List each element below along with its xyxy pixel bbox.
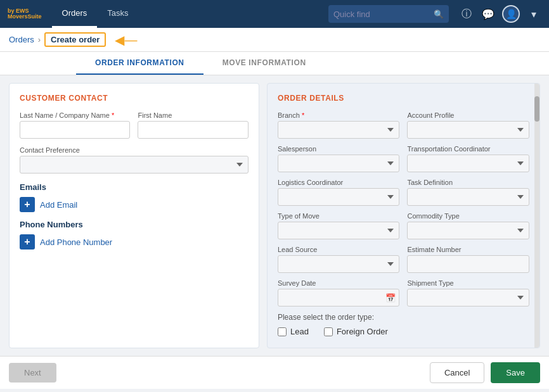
search-icon: 🔍 [434,9,444,19]
account-profile-select[interactable] [407,121,529,139]
estimate-number-group: Estimate Number [407,246,529,273]
type-of-move-select[interactable] [278,222,400,239]
survey-date-wrap: 📅 [278,289,400,307]
breadcrumb-separator: › [38,35,41,44]
phone-numbers-label: Phone Numbers [20,220,249,229]
save-button[interactable]: Save [491,362,540,383]
search-input[interactable] [333,9,430,19]
commodity-type-label: Commodity Type [407,212,529,220]
brand-name: MoversSuite [8,14,42,20]
lead-source-estimate-row: Lead Source Estimate Number [278,246,529,273]
shipment-type-group: Shipment Type [407,279,529,307]
type-of-move-label: Type of Move [278,212,400,220]
logistics-coordinator-label: Logistics Coordinator [278,179,400,186]
order-details-card: ORDER DETAILS Branch * Account Profile S… [267,83,540,348]
customer-contact-title: CUSTOMER CONTACT [20,94,249,103]
add-phone-button[interactable]: + Add Phone Number [20,234,249,250]
salesperson-tc-row: Salesperson Transportation Coordinator [278,145,529,172]
tab-move-information[interactable]: MOVE INFORMATION [203,52,325,75]
last-name-label: Last Name / Company Name * [20,111,130,119]
emails-label: Emails [20,182,249,192]
survey-shipment-row: Survey Date 📅 Shipment Type [278,279,529,307]
customer-contact-card: CUSTOMER CONTACT Last Name / Company Nam… [9,83,259,348]
lead-source-label: Lead Source [278,246,400,253]
foreign-order-checkbox-item[interactable]: Foreign Order [324,327,388,336]
branch-select[interactable] [278,121,400,139]
task-definition-select[interactable] [407,188,529,206]
first-name-input[interactable] [138,121,248,139]
cancel-button[interactable]: Cancel [430,362,484,383]
last-name-input[interactable] [20,121,130,139]
nav-links: Orders Tasks [52,0,139,28]
branch-group: Branch * [278,111,400,139]
search-bar[interactable]: 🔍 [328,5,449,23]
logistics-coordinator-select[interactable] [278,188,400,206]
nav-icons: ⓘ 💬 👤 ▾ [459,5,541,23]
tab-order-information[interactable]: ORDER INFORMATION [76,52,203,75]
account-profile-group: Account Profile [407,111,529,139]
next-button[interactable]: Next [9,363,56,383]
lead-checkbox[interactable] [278,327,287,336]
add-email-button[interactable]: + Add Email [20,197,249,212]
survey-date-label: Survey Date [278,279,400,287]
estimate-number-input[interactable] [407,255,529,273]
transportation-coordinator-select[interactable] [407,155,529,172]
transportation-coordinator-label: Transportation Coordinator [407,145,529,153]
foreign-order-checkbox[interactable] [324,327,333,336]
nav-tasks[interactable]: Tasks [97,0,138,28]
commodity-type-select[interactable] [407,222,529,239]
arrow-indicator: ◀— [115,32,137,47]
shipment-type-label: Shipment Type [407,279,529,287]
survey-date-group: Survey Date 📅 [278,279,400,307]
order-type-checkboxes: Lead Foreign Order [278,327,529,336]
transportation-coordinator-group: Transportation Coordinator [407,145,529,172]
branch-account-row: Branch * Account Profile [278,111,529,139]
logistics-coordinator-group: Logistics Coordinator [278,179,400,206]
add-email-text: Add Email [40,200,77,210]
type-commodity-row: Type of Move Commodity Type [278,212,529,239]
lead-source-group: Lead Source [278,246,400,273]
add-phone-text: Add Phone Number [40,237,112,247]
order-details-title: ORDER DETAILS [278,94,529,103]
chat-icon[interactable]: 💬 [481,6,496,22]
type-of-move-group: Type of Move [278,212,400,239]
scrollbar-thumb[interactable] [534,96,539,122]
first-name-group: First Name [138,111,248,139]
tabs-bar: ORDER INFORMATION MOVE INFORMATION [0,52,549,75]
footer-bar: Next Cancel Save [0,356,549,389]
salesperson-label: Salesperson [278,145,400,153]
lead-source-select[interactable] [278,255,400,273]
footer-right: Cancel Save [430,362,540,383]
emails-section: Emails + Add Email [20,182,249,212]
avatar[interactable]: 👤 [502,5,520,23]
nav-orders[interactable]: Orders [52,0,98,28]
navbar: by EWS MoversSuite Orders Tasks 🔍 ⓘ 💬 👤 … [0,0,549,28]
add-email-icon: + [20,197,35,212]
shipment-type-select[interactable] [407,289,529,307]
estimate-number-label: Estimate Number [407,246,529,253]
foreign-order-label: Foreign Order [337,327,388,336]
logistics-task-row: Logistics Coordinator Task Definition [278,179,529,206]
survey-date-input[interactable] [278,289,400,307]
calendar-icon: 📅 [385,293,396,303]
brand-logo: by EWS MoversSuite [8,8,42,20]
task-definition-group: Task Definition [407,179,529,206]
add-phone-icon: + [20,234,35,250]
lead-label: Lead [290,327,309,336]
breadcrumb-orders[interactable]: Orders [9,35,34,44]
breadcrumb-current: Create order [44,32,106,47]
order-type-prompt: Please select the order type: [278,313,529,322]
account-profile-label: Account Profile [407,111,529,119]
last-name-group: Last Name / Company Name * [20,111,130,139]
contact-preference-select[interactable] [20,156,249,174]
chevron-down-icon[interactable]: ▾ [526,6,541,22]
salesperson-select[interactable] [278,155,400,172]
salesperson-group: Salesperson [278,145,400,172]
scrollbar-track [534,84,539,348]
lead-checkbox-item[interactable]: Lead [278,327,309,336]
info-icon[interactable]: ⓘ [459,6,474,22]
phones-section: Phone Numbers + Add Phone Number [20,220,249,250]
name-row: Last Name / Company Name * First Name [20,111,249,146]
contact-preference-label: Contact Preference [20,146,249,154]
order-type-section: Please select the order type: Lead Forei… [278,313,529,336]
